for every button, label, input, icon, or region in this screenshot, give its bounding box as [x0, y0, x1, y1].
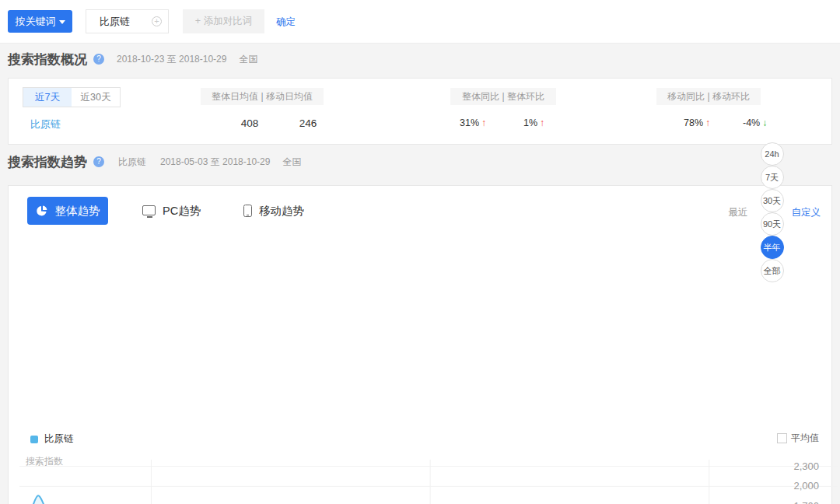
- trend-region: 全国: [282, 156, 301, 167]
- add-compare-button[interactable]: + 添加对比词: [183, 9, 264, 33]
- overview-region: 全国: [239, 54, 257, 65]
- overview-date-range: 2018-10-23 至 2018-10-29: [117, 54, 226, 65]
- overview-row: 比原链 408 246 31% 1% 78% -4%: [9, 114, 831, 136]
- y-tick-label: 1,700: [765, 500, 819, 504]
- mobile-mom-text: -4%: [743, 117, 760, 128]
- series-legend[interactable]: 比原链: [30, 432, 74, 446]
- range-chip-90天[interactable]: 90天: [761, 212, 784, 236]
- column-header-daily-avg: 整体日均值 | 移动日均值: [201, 88, 324, 105]
- help-icon[interactable]: [93, 54, 104, 65]
- tab-mobile-trend-label: 移动趋势: [259, 204, 304, 219]
- overall-mom-value: 1%: [523, 117, 544, 128]
- overall-daily-avg-value: 408: [226, 117, 273, 129]
- caret-down-icon: [59, 20, 65, 24]
- range-chip-30天[interactable]: 30天: [761, 189, 784, 212]
- overall-yoy-value: 31%: [460, 117, 486, 128]
- legend-label: 比原链: [44, 432, 74, 446]
- y-tick-label: 2,300: [765, 460, 819, 472]
- baidu-index-page: 按关键词 比原链 + + 添加对比词 确定 搜索指数概况2018-10-23 至…: [0, 0, 840, 504]
- tab-overall-trend-label: 整体趋势: [55, 204, 100, 219]
- average-label: 平均值: [791, 432, 819, 445]
- topbar: 按关键词 比原链 + + 添加对比词 确定: [0, 0, 840, 44]
- overview-panel: 近7天 近30天 整体日均值 | 移动日均值 整体同比 | 整体环比 移动同比 …: [8, 78, 832, 145]
- search-index-chart[interactable]: [19, 460, 838, 504]
- circle-add-icon[interactable]: +: [152, 16, 162, 26]
- pie-chart-icon: [36, 205, 48, 217]
- overview-title: 搜索指数概况: [8, 51, 87, 68]
- keyword-type-button[interactable]: 按关键词: [8, 10, 72, 33]
- keyword-input[interactable]: 比原链 +: [86, 9, 169, 33]
- overall-mom-text: 1%: [523, 117, 537, 128]
- time-range-selector: 最近 24h7天30天90天半年全部 自定义: [729, 201, 821, 223]
- range-chips: 24h7天30天90天半年全部: [756, 142, 784, 282]
- confirm-button[interactable]: 确定: [276, 16, 296, 29]
- tab-mobile-trend[interactable]: 移动趋势: [243, 197, 304, 225]
- trend-header: 搜索指数趋势比原链2018-05-03 至 2018-10-29全国: [8, 153, 301, 172]
- up-arrow-icon: [481, 117, 486, 128]
- tab-pc-trend-label: PC趋势: [163, 204, 201, 219]
- trend-keyword: 比原链: [118, 156, 146, 167]
- overall-yoy-text: 31%: [460, 117, 479, 128]
- legend-swatch: [30, 436, 38, 443]
- average-toggle[interactable]: 平均值: [777, 432, 819, 445]
- mobile-daily-avg-value: 246: [285, 117, 331, 129]
- desktop-icon: [142, 205, 156, 215]
- overview-header: 搜索指数概况2018-10-23 至 2018-10-29全国: [8, 51, 257, 69]
- trend-date-range: 2018-05-03 至 2018-10-29: [160, 156, 270, 167]
- keyword-text: 比原链: [100, 16, 130, 27]
- up-arrow-icon: [705, 117, 710, 128]
- tab-overall-trend[interactable]: 整体趋势: [27, 197, 108, 225]
- tab-pc-trend[interactable]: PC趋势: [142, 197, 201, 225]
- custom-range-button[interactable]: 自定义: [792, 206, 821, 219]
- mobile-mom-value: -4%: [743, 117, 767, 128]
- tab-last-30-days[interactable]: 近30天: [72, 88, 120, 107]
- recent-label: 最近: [729, 206, 748, 219]
- range-chip-24h[interactable]: 24h: [761, 142, 784, 166]
- mobile-icon: [243, 205, 252, 217]
- overview-range-tabs: 近7天 近30天: [23, 87, 121, 107]
- average-checkbox[interactable]: [777, 433, 787, 443]
- y-tick-label: 2,000: [765, 480, 819, 492]
- trend-title: 搜索指数趋势: [8, 153, 87, 171]
- range-chip-7天[interactable]: 7天: [761, 166, 784, 189]
- range-chip-全部[interactable]: 全部: [761, 259, 784, 282]
- mobile-yoy-text: 78%: [684, 117, 703, 128]
- keyword-type-label: 按关键词: [16, 16, 56, 27]
- column-header-mobile-compare: 移动同比 | 移动环比: [656, 88, 761, 105]
- mobile-yoy-value: 78%: [684, 117, 710, 128]
- up-arrow-icon: [540, 117, 544, 128]
- tab-last-7-days[interactable]: 近7天: [23, 88, 72, 107]
- trend-panel: 整体趋势 PC趋势 移动趋势 最近 24h7天30天90天半年全部 自定义 比原…: [8, 185, 832, 504]
- row-keyword-link[interactable]: 比原链: [30, 117, 61, 131]
- down-arrow-icon: [762, 117, 767, 128]
- range-chip-半年[interactable]: 半年: [761, 236, 784, 259]
- column-header-overall-compare: 整体同比 | 整体环比: [450, 88, 556, 105]
- help-icon[interactable]: [93, 156, 104, 167]
